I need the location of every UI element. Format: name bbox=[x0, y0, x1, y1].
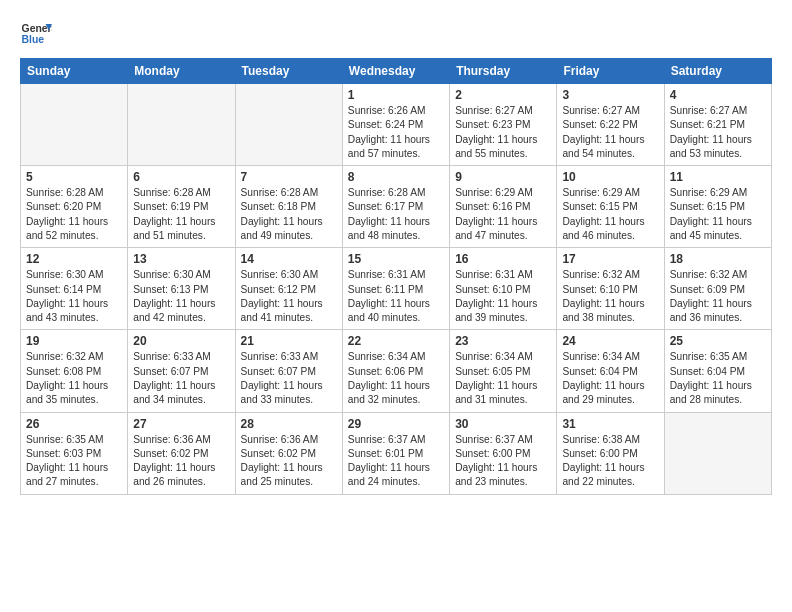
calendar-cell: 1Sunrise: 6:26 AMSunset: 6:24 PMDaylight… bbox=[342, 84, 449, 166]
day-number: 15 bbox=[348, 252, 444, 266]
day-info: Sunrise: 6:32 AMSunset: 6:10 PMDaylight:… bbox=[562, 268, 658, 325]
day-info: Sunrise: 6:28 AMSunset: 6:20 PMDaylight:… bbox=[26, 186, 122, 243]
day-number: 1 bbox=[348, 88, 444, 102]
calendar-cell: 4Sunrise: 6:27 AMSunset: 6:21 PMDaylight… bbox=[664, 84, 771, 166]
day-info: Sunrise: 6:27 AMSunset: 6:21 PMDaylight:… bbox=[670, 104, 766, 161]
calendar-cell: 13Sunrise: 6:30 AMSunset: 6:13 PMDayligh… bbox=[128, 248, 235, 330]
day-number: 28 bbox=[241, 417, 337, 431]
day-info: Sunrise: 6:34 AMSunset: 6:05 PMDaylight:… bbox=[455, 350, 551, 407]
day-number: 13 bbox=[133, 252, 229, 266]
day-info: Sunrise: 6:30 AMSunset: 6:12 PMDaylight:… bbox=[241, 268, 337, 325]
page: General Blue SundayMondayTuesdayWednesda… bbox=[0, 0, 792, 612]
calendar-cell: 21Sunrise: 6:33 AMSunset: 6:07 PMDayligh… bbox=[235, 330, 342, 412]
calendar-cell: 20Sunrise: 6:33 AMSunset: 6:07 PMDayligh… bbox=[128, 330, 235, 412]
calendar-cell: 16Sunrise: 6:31 AMSunset: 6:10 PMDayligh… bbox=[450, 248, 557, 330]
day-number: 30 bbox=[455, 417, 551, 431]
logo: General Blue bbox=[20, 16, 54, 48]
day-info: Sunrise: 6:30 AMSunset: 6:14 PMDaylight:… bbox=[26, 268, 122, 325]
day-number: 25 bbox=[670, 334, 766, 348]
day-info: Sunrise: 6:32 AMSunset: 6:08 PMDaylight:… bbox=[26, 350, 122, 407]
day-number: 9 bbox=[455, 170, 551, 184]
day-info: Sunrise: 6:28 AMSunset: 6:17 PMDaylight:… bbox=[348, 186, 444, 243]
day-number: 11 bbox=[670, 170, 766, 184]
day-info: Sunrise: 6:34 AMSunset: 6:06 PMDaylight:… bbox=[348, 350, 444, 407]
calendar-cell: 26Sunrise: 6:35 AMSunset: 6:03 PMDayligh… bbox=[21, 412, 128, 494]
week-row-5: 26Sunrise: 6:35 AMSunset: 6:03 PMDayligh… bbox=[21, 412, 772, 494]
weekday-header-sunday: Sunday bbox=[21, 59, 128, 84]
day-number: 6 bbox=[133, 170, 229, 184]
day-info: Sunrise: 6:27 AMSunset: 6:23 PMDaylight:… bbox=[455, 104, 551, 161]
calendar-cell: 24Sunrise: 6:34 AMSunset: 6:04 PMDayligh… bbox=[557, 330, 664, 412]
weekday-header-thursday: Thursday bbox=[450, 59, 557, 84]
calendar-cell: 25Sunrise: 6:35 AMSunset: 6:04 PMDayligh… bbox=[664, 330, 771, 412]
day-number: 26 bbox=[26, 417, 122, 431]
calendar-cell: 18Sunrise: 6:32 AMSunset: 6:09 PMDayligh… bbox=[664, 248, 771, 330]
day-info: Sunrise: 6:35 AMSunset: 6:03 PMDaylight:… bbox=[26, 433, 122, 490]
svg-text:Blue: Blue bbox=[22, 34, 45, 45]
day-info: Sunrise: 6:32 AMSunset: 6:09 PMDaylight:… bbox=[670, 268, 766, 325]
day-number: 31 bbox=[562, 417, 658, 431]
weekday-header-wednesday: Wednesday bbox=[342, 59, 449, 84]
calendar-cell: 30Sunrise: 6:37 AMSunset: 6:00 PMDayligh… bbox=[450, 412, 557, 494]
calendar-cell: 3Sunrise: 6:27 AMSunset: 6:22 PMDaylight… bbox=[557, 84, 664, 166]
day-info: Sunrise: 6:31 AMSunset: 6:11 PMDaylight:… bbox=[348, 268, 444, 325]
calendar-cell: 9Sunrise: 6:29 AMSunset: 6:16 PMDaylight… bbox=[450, 166, 557, 248]
calendar-cell: 10Sunrise: 6:29 AMSunset: 6:15 PMDayligh… bbox=[557, 166, 664, 248]
day-number: 12 bbox=[26, 252, 122, 266]
calendar-cell: 28Sunrise: 6:36 AMSunset: 6:02 PMDayligh… bbox=[235, 412, 342, 494]
day-info: Sunrise: 6:31 AMSunset: 6:10 PMDaylight:… bbox=[455, 268, 551, 325]
day-number: 27 bbox=[133, 417, 229, 431]
day-number: 14 bbox=[241, 252, 337, 266]
weekday-header-saturday: Saturday bbox=[664, 59, 771, 84]
day-number: 29 bbox=[348, 417, 444, 431]
day-info: Sunrise: 6:29 AMSunset: 6:15 PMDaylight:… bbox=[562, 186, 658, 243]
day-number: 7 bbox=[241, 170, 337, 184]
weekday-header-tuesday: Tuesday bbox=[235, 59, 342, 84]
day-info: Sunrise: 6:35 AMSunset: 6:04 PMDaylight:… bbox=[670, 350, 766, 407]
calendar-cell bbox=[235, 84, 342, 166]
calendar-cell: 5Sunrise: 6:28 AMSunset: 6:20 PMDaylight… bbox=[21, 166, 128, 248]
calendar-cell: 19Sunrise: 6:32 AMSunset: 6:08 PMDayligh… bbox=[21, 330, 128, 412]
calendar-cell: 22Sunrise: 6:34 AMSunset: 6:06 PMDayligh… bbox=[342, 330, 449, 412]
day-number: 2 bbox=[455, 88, 551, 102]
day-number: 19 bbox=[26, 334, 122, 348]
day-number: 8 bbox=[348, 170, 444, 184]
day-info: Sunrise: 6:29 AMSunset: 6:15 PMDaylight:… bbox=[670, 186, 766, 243]
calendar-cell bbox=[664, 412, 771, 494]
day-info: Sunrise: 6:34 AMSunset: 6:04 PMDaylight:… bbox=[562, 350, 658, 407]
day-number: 22 bbox=[348, 334, 444, 348]
calendar-cell: 6Sunrise: 6:28 AMSunset: 6:19 PMDaylight… bbox=[128, 166, 235, 248]
day-number: 23 bbox=[455, 334, 551, 348]
day-info: Sunrise: 6:37 AMSunset: 6:00 PMDaylight:… bbox=[455, 433, 551, 490]
day-info: Sunrise: 6:28 AMSunset: 6:18 PMDaylight:… bbox=[241, 186, 337, 243]
day-number: 17 bbox=[562, 252, 658, 266]
day-info: Sunrise: 6:33 AMSunset: 6:07 PMDaylight:… bbox=[133, 350, 229, 407]
calendar-cell: 27Sunrise: 6:36 AMSunset: 6:02 PMDayligh… bbox=[128, 412, 235, 494]
day-info: Sunrise: 6:36 AMSunset: 6:02 PMDaylight:… bbox=[133, 433, 229, 490]
weekday-header-row: SundayMondayTuesdayWednesdayThursdayFrid… bbox=[21, 59, 772, 84]
day-info: Sunrise: 6:36 AMSunset: 6:02 PMDaylight:… bbox=[241, 433, 337, 490]
calendar-cell: 31Sunrise: 6:38 AMSunset: 6:00 PMDayligh… bbox=[557, 412, 664, 494]
day-number: 21 bbox=[241, 334, 337, 348]
calendar-cell: 14Sunrise: 6:30 AMSunset: 6:12 PMDayligh… bbox=[235, 248, 342, 330]
calendar-cell: 7Sunrise: 6:28 AMSunset: 6:18 PMDaylight… bbox=[235, 166, 342, 248]
week-row-2: 5Sunrise: 6:28 AMSunset: 6:20 PMDaylight… bbox=[21, 166, 772, 248]
calendar: SundayMondayTuesdayWednesdayThursdayFrid… bbox=[20, 58, 772, 495]
day-info: Sunrise: 6:37 AMSunset: 6:01 PMDaylight:… bbox=[348, 433, 444, 490]
generalblue-logo-icon: General Blue bbox=[20, 16, 52, 48]
day-number: 5 bbox=[26, 170, 122, 184]
calendar-cell: 11Sunrise: 6:29 AMSunset: 6:15 PMDayligh… bbox=[664, 166, 771, 248]
day-number: 20 bbox=[133, 334, 229, 348]
weekday-header-friday: Friday bbox=[557, 59, 664, 84]
day-number: 24 bbox=[562, 334, 658, 348]
calendar-cell: 23Sunrise: 6:34 AMSunset: 6:05 PMDayligh… bbox=[450, 330, 557, 412]
calendar-cell: 15Sunrise: 6:31 AMSunset: 6:11 PMDayligh… bbox=[342, 248, 449, 330]
day-number: 4 bbox=[670, 88, 766, 102]
day-info: Sunrise: 6:27 AMSunset: 6:22 PMDaylight:… bbox=[562, 104, 658, 161]
day-info: Sunrise: 6:29 AMSunset: 6:16 PMDaylight:… bbox=[455, 186, 551, 243]
weekday-header-monday: Monday bbox=[128, 59, 235, 84]
day-info: Sunrise: 6:30 AMSunset: 6:13 PMDaylight:… bbox=[133, 268, 229, 325]
day-number: 10 bbox=[562, 170, 658, 184]
week-row-1: 1Sunrise: 6:26 AMSunset: 6:24 PMDaylight… bbox=[21, 84, 772, 166]
calendar-cell: 17Sunrise: 6:32 AMSunset: 6:10 PMDayligh… bbox=[557, 248, 664, 330]
